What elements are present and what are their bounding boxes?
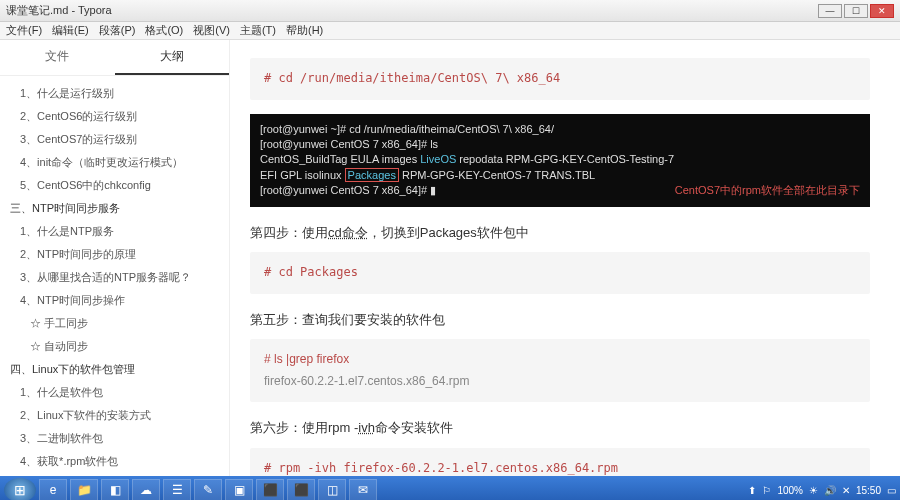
step-5: 第五步：查询我们要安装的软件包 xyxy=(250,308,870,331)
taskbar-app-icon[interactable]: ◧ xyxy=(101,479,129,500)
outline-item[interactable]: 1、什么是NTP服务 xyxy=(0,220,229,243)
menu-format[interactable]: 格式(O) xyxy=(145,23,183,38)
outline-item[interactable]: 4、NTP时间同步操作 xyxy=(0,289,229,312)
code-block: # rpm -ivh firefox-60.2.2-1.el7.centos.x… xyxy=(250,448,870,477)
system-tray[interactable]: ⬆ ⚐ 100% ☀ 🔊 ✕ 15:50 ▭ xyxy=(748,485,896,496)
taskbar-app-icon[interactable]: ▣ xyxy=(225,479,253,500)
taskbar-app-icon[interactable]: ◫ xyxy=(318,479,346,500)
taskbar-app-icon[interactable]: ⬛ xyxy=(256,479,284,500)
outline-list: 1、什么是运行级别2、CentOS6的运行级别3、CentOS7的运行级别4、i… xyxy=(0,76,229,476)
taskbar-app-icon[interactable]: ☰ xyxy=(163,479,191,500)
taskbar-explorer-icon[interactable]: 📁 xyxy=(70,479,98,500)
step-6: 第六步：使用rpm -ivh命令安装软件 xyxy=(250,416,870,439)
taskbar-app-icon[interactable]: ⬛ xyxy=(287,479,315,500)
terminal-output: [root@yunwei ~]# cd /run/media/itheima/C… xyxy=(250,114,870,207)
outline-item[interactable]: 三、NTP时间同步服务 xyxy=(0,197,229,220)
code-block: # cd Packages xyxy=(250,252,870,294)
outline-item[interactable]: 3、二进制软件包 xyxy=(0,427,229,450)
taskbar-app-icon[interactable]: ☁ xyxy=(132,479,160,500)
outline-item[interactable]: 2、CentOS6的运行级别 xyxy=(0,105,229,128)
tray-battery-icon[interactable]: 100% xyxy=(777,485,803,496)
menu-paragraph[interactable]: 段落(P) xyxy=(99,23,136,38)
outline-item[interactable]: ☆ 自动同步 xyxy=(0,335,229,358)
taskbar-app-icon[interactable]: ✎ xyxy=(194,479,222,500)
outline-item[interactable]: 5、CentOS6中的chkconfig xyxy=(0,174,229,197)
maximize-button[interactable]: ☐ xyxy=(844,4,868,18)
outline-item[interactable]: 3、从哪里找合适的NTP服务器呢？ xyxy=(0,266,229,289)
step-4: 第四步：使用cd命令，切换到Packages软件包中 xyxy=(250,221,870,244)
menu-file[interactable]: 文件(F) xyxy=(6,23,42,38)
outline-item[interactable]: 4、init命令（临时更改运行模式） xyxy=(0,151,229,174)
taskbar-app-icon[interactable]: ✉ xyxy=(349,479,377,500)
menu-help[interactable]: 帮助(H) xyxy=(286,23,323,38)
taskbar-ie-icon[interactable]: e xyxy=(39,479,67,500)
outline-item[interactable]: 四、Linux下的软件包管理 xyxy=(0,358,229,381)
start-button[interactable]: ⊞ xyxy=(4,478,36,500)
tray-icon[interactable]: 🔊 xyxy=(824,485,836,496)
close-button[interactable]: ✕ xyxy=(870,4,894,18)
menu-edit[interactable]: 编辑(E) xyxy=(52,23,89,38)
tab-files[interactable]: 文件 xyxy=(0,40,115,75)
menu-theme[interactable]: 主题(T) xyxy=(240,23,276,38)
tray-icon[interactable]: ✕ xyxy=(842,485,850,496)
menu-view[interactable]: 视图(V) xyxy=(193,23,230,38)
tray-clock[interactable]: 15:50 xyxy=(856,485,881,496)
menubar: 文件(F) 编辑(E) 段落(P) 格式(O) 视图(V) 主题(T) 帮助(H… xyxy=(0,22,900,40)
tray-icon[interactable]: ⬆ xyxy=(748,485,756,496)
tab-outline[interactable]: 大纲 xyxy=(115,40,230,75)
outline-item[interactable]: 4、获取*.rpm软件包 xyxy=(0,450,229,473)
editor-content[interactable]: # cd /run/media/itheima/CentOS\ 7\ x86_6… xyxy=(230,40,900,476)
outline-item[interactable]: 2、Linux下软件的安装方式 xyxy=(0,404,229,427)
tray-icon[interactable]: ⚐ xyxy=(762,485,771,496)
outline-item[interactable]: 1、什么是软件包 xyxy=(0,381,229,404)
code-block: # ls |grep firefoxfirefox-60.2.2-1.el7.c… xyxy=(250,339,870,402)
outline-item[interactable]: ☆ 手工同步 xyxy=(0,312,229,335)
taskbar: ⊞ e 📁 ◧ ☁ ☰ ✎ ▣ ⬛ ⬛ ◫ ✉ ⬆ ⚐ 100% ☀ 🔊 ✕ 1… xyxy=(0,476,900,500)
tray-icon[interactable]: ☀ xyxy=(809,485,818,496)
outline-item[interactable]: 3、CentOS7的运行级别 xyxy=(0,128,229,151)
window-title: 课堂笔记.md - Typora xyxy=(6,3,112,18)
code-block: # cd /run/media/itheima/CentOS\ 7\ x86_6… xyxy=(250,58,870,100)
outline-item[interactable]: 2、NTP时间同步的原理 xyxy=(0,243,229,266)
tray-icon[interactable]: ▭ xyxy=(887,485,896,496)
sidebar: 文件 大纲 1、什么是运行级别2、CentOS6的运行级别3、CentOS7的运… xyxy=(0,40,230,476)
minimize-button[interactable]: — xyxy=(818,4,842,18)
outline-item[interactable]: 1、什么是运行级别 xyxy=(0,82,229,105)
